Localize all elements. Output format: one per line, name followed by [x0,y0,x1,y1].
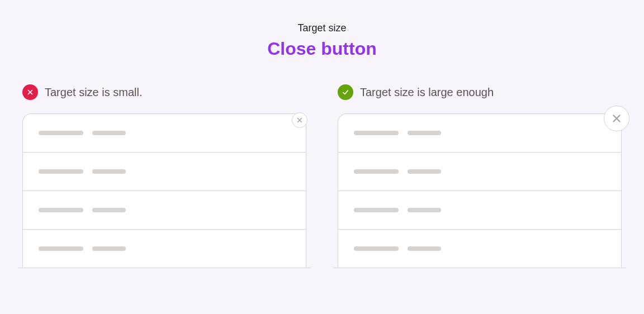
close-button-small[interactable] [292,112,307,128]
placeholder-bar [408,246,441,251]
baseline [333,268,626,268]
example-good: Target size is large enough [338,84,622,268]
placeholder-bar [39,246,83,251]
placeholder-bar [408,169,441,174]
card-good [338,113,622,268]
placeholder-bar [354,208,399,212]
placeholder-bar [39,169,83,174]
list-item [23,191,306,230]
page-title: Close button [22,39,622,59]
example-good-label: Target size is large enough [360,86,494,99]
placeholder-bar [92,131,126,135]
placeholder-bar [408,131,441,135]
example-bad-header: Target size is small. [22,84,306,100]
check-icon [338,84,353,100]
error-icon [22,84,38,100]
example-bad: Target size is small. [22,84,306,268]
list-item [23,153,306,191]
baseline [18,268,311,268]
placeholder-bar [408,208,441,212]
examples-row: Target size is small. [22,84,622,268]
placeholder-bar [39,208,83,212]
example-good-header: Target size is large enough [338,84,622,100]
placeholder-bar [92,208,126,212]
placeholder-bar [354,246,399,251]
list-item [23,230,306,268]
list-item [338,230,621,268]
placeholder-bar [92,246,126,251]
overline-text: Target size [22,22,622,34]
placeholder-bar [92,169,126,174]
list-item [23,114,306,153]
card-wrapper-good [338,113,622,268]
card-wrapper-bad [22,113,306,268]
close-button-large[interactable] [604,106,629,131]
diagram-container: Target size Close button Target size is … [0,0,644,268]
card-bad [22,113,306,268]
placeholder-bar [354,169,399,174]
example-bad-label: Target size is small. [45,86,143,99]
list-item [338,153,621,191]
placeholder-bar [39,131,83,135]
list-item [338,191,621,230]
header: Target size Close button [22,22,622,59]
placeholder-bar [354,131,399,135]
list-item [338,114,621,153]
